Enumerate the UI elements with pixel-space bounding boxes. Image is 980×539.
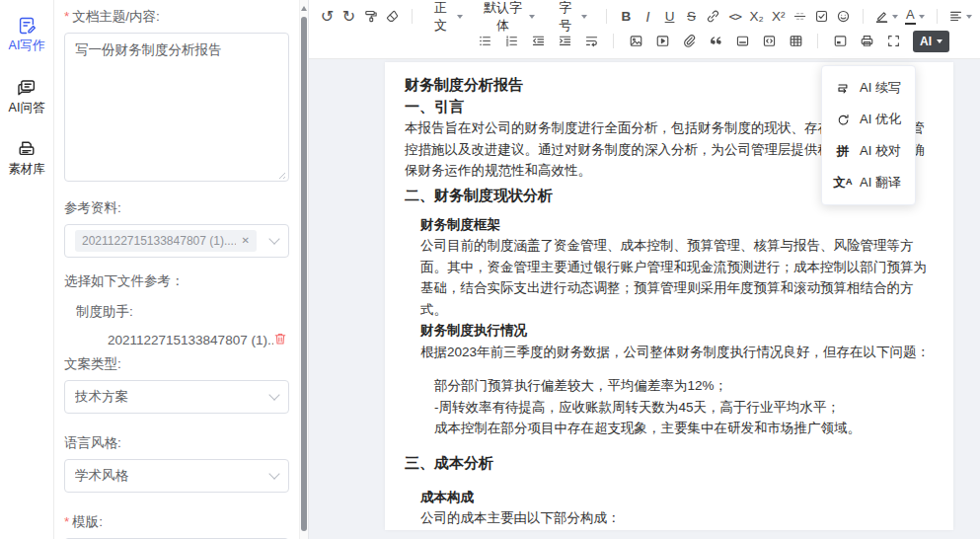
highlight-pen-button[interactable] [872,5,900,28]
align-button[interactable] [946,5,974,28]
ai-qa-chat-icon [17,78,37,98]
strikethrough-button[interactable]: S [681,5,702,28]
doc-block[interactable]: 财务制度执行情况 [420,320,934,342]
doc-block[interactable]: 根据2023年前三季度的财务数据，公司整体财务制度执行情况良好，但存在以下问题： [420,342,934,363]
image-button[interactable] [623,30,648,52]
emoji-button[interactable] [833,5,854,28]
image-icon [629,34,643,48]
underline-icon: U [665,9,675,24]
doc-block[interactable]: 公司目前的制度涵盖了资金管理、成本控制、预算管理、核算与报告、风险管理等方面。其… [420,235,934,320]
subscript-button[interactable]: X₂ [746,5,767,28]
chevron-down-icon [268,389,279,400]
sidebar-item-ai-writing[interactable]: AI写作 [9,16,45,52]
fullscreen-button[interactable] [880,30,906,52]
toolbar-separator [817,34,818,48]
todo-checkbox-button[interactable] [811,5,832,28]
app-window: AI写作 AI问答 素材库 *文档主题/内容: 写一份财务制度分析报告 参考资料… [0,0,980,539]
ai-menu-button[interactable]: AI [913,31,949,52]
redo-button[interactable]: ↻ [339,5,359,28]
font-color-button[interactable]: A [901,5,929,28]
doc-block[interactable]: 成本构成 [420,487,934,508]
redo-icon: ↻ [342,9,355,25]
format-painter-button[interactable] [360,5,381,28]
blockquote-button[interactable] [703,30,728,52]
strikethrough-icon: S [687,9,696,24]
embed-panel-icon [833,34,848,48]
caret-down-icon [892,15,898,19]
attachment-button[interactable] [676,30,702,52]
table-button[interactable] [783,30,808,52]
inline-code-button[interactable]: <> [724,5,745,28]
line-wrap-icon [584,34,599,48]
link-button[interactable] [703,5,723,28]
paragraph-style-select[interactable]: 正文 [421,5,473,28]
reference-file-tag[interactable]: 2021122715133847807 (1)....✕ [75,230,257,252]
writing-form-panel: *文档主题/内容: 写一份财务制度分析报告 参考资料: 202112271513… [54,0,309,539]
material-library-icon [17,139,37,159]
divider-button[interactable] [729,30,755,52]
doc-block[interactable]: 三、成本分析 [405,452,934,474]
doc-block[interactable]: 公司的成本主要由以下部分构成： [420,507,934,529]
scrollbar-thumb[interactable] [301,17,307,531]
undo-button[interactable]: ↺ [317,5,338,28]
caret-down-icon [529,15,535,19]
font-size-select[interactable]: 字号 [546,5,597,28]
superscript-button[interactable]: X² [768,5,789,28]
outdent-button[interactable] [525,30,551,52]
doc-block[interactable]: -周转效率有待提高，应收账款周转天数为45天，高于行业平均水平； [434,397,934,419]
trash-icon [273,332,287,348]
ai-proofread-icon: 拼 [835,145,851,158]
toolbar-separator [863,9,864,24]
form-panel-scrollbar[interactable] [299,0,308,539]
ordered-list-button[interactable] [498,30,524,52]
horizontal-rule-button[interactable] [790,5,810,28]
ai-menu-item[interactable]: AI 续写 [822,72,915,104]
selected-file-name: 2021122715133847807 (1).... [108,333,273,347]
delete-file-button[interactable] [273,332,287,348]
ai-menu-item[interactable]: AI 优化 [822,104,915,135]
language-style-select[interactable]: 学术风格 [64,459,289,493]
font-family-select[interactable]: 默认字体 [474,5,546,28]
video-button[interactable] [649,30,675,52]
tag-remove-icon[interactable]: ✕ [242,236,250,246]
bullet-list-icon [478,34,492,48]
reference-select[interactable]: 2021122715133847807 (1)....✕ [64,224,289,258]
bullet-list-button[interactable] [472,30,497,52]
topic-textarea[interactable]: 写一份财务制度分析报告 [64,33,289,182]
fullscreen-icon [886,34,901,48]
doc-block[interactable]: 成本控制在部分项目中存在超支现象，主要集中在研发和市场推广领域。 [434,418,934,439]
eraser-button[interactable] [382,5,403,28]
doc-block[interactable]: 财务制度框架 [420,214,934,236]
line-wrap-button[interactable] [578,30,604,52]
reference-label: 参考资料: [64,199,289,217]
caret-down-icon [966,15,972,19]
font-color-icon: A [905,8,916,25]
caret-down-icon [457,15,463,19]
ai-translate-icon: 文A [835,177,851,190]
editor-toolbar: ↺↻正文默认字体字号BIUS<>X₂X²A AI [309,0,980,59]
ai-menu-item[interactable]: 拼AI 校对 [822,135,915,167]
toolbar-separator [606,9,607,24]
print-button[interactable] [854,30,879,52]
embed-panel-button[interactable] [827,30,853,52]
underline-button[interactable]: U [659,5,680,28]
format-painter-icon [363,9,378,24]
align-icon [948,9,963,24]
chevron-down-icon [268,468,279,479]
doc-type-select[interactable]: 技术方案 [64,380,289,414]
code-block-button[interactable] [756,30,782,52]
sidebar-item-label: 素材库 [8,163,45,176]
scrollbar-up-arrow-icon[interactable] [301,6,307,11]
undo-icon: ↺ [321,9,334,25]
ai-menu-item[interactable]: 文AAI 翻译 [822,167,915,198]
indent-button[interactable] [552,30,577,52]
sidebar-item-material-library[interactable]: 素材库 [8,139,45,176]
toolbar-row-2: AI [317,29,974,53]
bold-button[interactable]: B [616,5,637,28]
video-icon [655,34,670,48]
doc-block[interactable]: 部分部门预算执行偏差较大，平均偏差率为12%； [434,375,934,397]
left-nav: AI写作 AI问答 素材库 [0,0,54,539]
ai-menu-item-label: AI 校对 [860,142,901,160]
italic-button[interactable]: I [638,5,658,28]
sidebar-item-ai-qa[interactable]: AI问答 [9,78,45,115]
